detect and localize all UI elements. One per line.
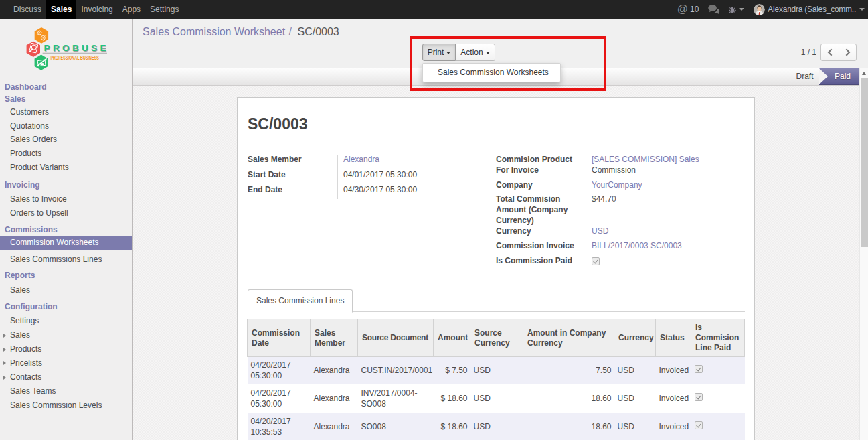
navbar-right: @ 10 — [677, 0, 865, 19]
sidebar-item-sales-commission-levels[interactable]: Sales Commission Levels — [0, 398, 132, 413]
field-link[interactable]: YourCompany — [592, 180, 642, 190]
checkbox-checked-icon[interactable] — [592, 257, 600, 265]
mentions-button[interactable]: @ 10 — [677, 3, 699, 15]
field-label-is-commission-paid: Is Commission Paid — [496, 254, 586, 269]
sidebar-section-configuration[interactable]: Configuration — [0, 300, 132, 314]
nav-item-discuss[interactable]: Discuss — [9, 0, 46, 19]
column-header-sales-member[interactable]: Sales Member — [311, 319, 358, 357]
column-header-amount-in-company-currency[interactable]: Amount in Company Currency — [523, 319, 614, 357]
sidebar-item-sales-orders[interactable]: Sales Orders — [0, 133, 132, 147]
chat-bubbles-icon — [708, 5, 720, 14]
sidebar-label: Commissions — [5, 225, 58, 234]
field-label-sales-member: Sales Member — [248, 153, 337, 169]
scrollbar-thumb[interactable] — [861, 78, 868, 247]
table-row[interactable]: 04/20/2017 05:30:00AlexandraINV/2017/000… — [248, 384, 745, 413]
action-button[interactable]: Action — [456, 44, 495, 61]
field-link[interactable]: Alexandra — [343, 155, 379, 164]
field-label-commision-product-for-invoice: Commision Product For Invoice — [496, 153, 586, 179]
print-caret-icon — [446, 52, 450, 54]
form-field-row: Commision Product For Invoice[SALES COMM… — [496, 153, 745, 179]
debug-button[interactable] — [729, 6, 744, 13]
sidebar-section-invoicing[interactable]: Invoicing — [0, 178, 132, 192]
sidebar-item-orders-to-upsell[interactable]: Orders to Upsell — [0, 206, 132, 220]
cell-is-commision-line-paid — [691, 384, 745, 413]
action-caret-icon — [486, 52, 490, 54]
field-value-is-commission-paid — [592, 254, 745, 269]
sidebar-item-sales-to-invoice[interactable]: Sales to Invoice — [0, 192, 132, 206]
user-menu[interactable]: Alexandra (Sales_comm.. — [754, 4, 865, 15]
cell-source-currency: USD — [470, 384, 523, 413]
record-title: SC/0003 — [248, 115, 308, 133]
sidebar-item-sales-teams[interactable]: Sales Teams — [0, 384, 132, 398]
tab-sales-commission-lines[interactable]: Sales Commission Lines — [248, 289, 353, 313]
sidebar-item-sales-commissions-lines[interactable]: Sales Commissions Lines — [0, 252, 132, 267]
sidebar-menu: DashboardSalesCustomersQuotationsSales O… — [0, 19, 132, 440]
cell-source-document: SO008 — [358, 413, 434, 440]
dropdown-item-worksheets[interactable]: Sales Commission Worksheets — [423, 64, 560, 82]
scrollbar[interactable] — [859, 68, 868, 440]
nav-item-apps[interactable]: Apps — [118, 0, 145, 19]
field-group-right: Commision Product For Invoice[SALES COMM… — [496, 153, 745, 269]
sidebar-label: Configuration — [5, 302, 58, 311]
cell-amount-in-company-currency: 18.60 — [523, 413, 614, 440]
pager-previous-button[interactable] — [821, 44, 839, 60]
field-link[interactable]: BILL/2017/0003 SC/0003 — [592, 241, 682, 250]
field-value-company: YourCompany — [592, 179, 745, 193]
breadcrumb-parent[interactable]: Sales Commission Worksheet — [143, 26, 285, 38]
table-row[interactable]: 04/20/2017 10:35:53AlexandraSO008$ 18.60… — [248, 413, 745, 440]
breadcrumb: Sales Commission Worksheet / SC/0003 — [143, 26, 339, 38]
cell-sales-member: Alexandra — [311, 413, 358, 440]
nav-item-sales[interactable]: Sales — [46, 0, 76, 19]
sidebar-label: Sales — [10, 285, 30, 295]
sidebar-label: Product Variants — [10, 163, 69, 172]
column-header-status[interactable]: Status — [656, 319, 691, 357]
status-step-draft[interactable]: Draft — [790, 68, 819, 85]
pager-value: 1 / 1 — [801, 48, 816, 57]
cell-amount-in-company-currency: 18.60 — [523, 384, 614, 413]
cell-source-currency: USD — [470, 357, 523, 384]
pager-next-button[interactable] — [839, 44, 856, 60]
sidebar-label: Invoicing — [5, 180, 40, 190]
table-row[interactable]: 04/20/2017 05:30:00AlexandraCUST.IN/2017… — [248, 357, 745, 384]
field-group-left: Sales MemberAlexandraStart Date04/01/201… — [248, 153, 486, 198]
status-step-paid[interactable]: Paid — [819, 68, 859, 85]
print-button[interactable]: Print — [422, 44, 456, 61]
nav-item-invoicing[interactable]: Invoicing — [76, 0, 117, 19]
sidebar-item-sales[interactable]: Sales — [0, 283, 132, 297]
checkbox-checked-icon[interactable] — [695, 421, 703, 429]
chevron-right-icon — [845, 48, 851, 56]
cell-status: Invoiced — [656, 413, 691, 440]
sidebar-item-product-variants[interactable]: Product Variants — [0, 161, 132, 175]
field-text: 04/01/2017 05:30:00 — [343, 170, 417, 179]
sidebar-label: Sales — [5, 94, 25, 104]
cell-amount: $ 18.60 — [434, 413, 470, 440]
sidebar-item-pricelists[interactable]: Pricelists — [0, 356, 132, 370]
sidebar-item-commission-worksheets[interactable]: Commission Worksheets — [0, 236, 132, 250]
sidebar-section-reports[interactable]: Reports — [0, 269, 132, 283]
sidebar-section-commissions[interactable]: Commissions — [0, 223, 132, 237]
column-header-is-commision-line-paid[interactable]: Is Commision Line Paid — [691, 319, 745, 357]
form-field-row: CompanyYourCompany — [496, 179, 745, 193]
sidebar-item-settings[interactable]: Settings — [0, 314, 132, 328]
nav-item-settings[interactable]: Settings — [145, 0, 183, 19]
cell-amount-in-company-currency: 7.50 — [523, 357, 614, 384]
column-header-amount[interactable]: Amount — [434, 319, 470, 357]
sidebar-item-sales[interactable]: Sales — [0, 328, 132, 342]
scrollbar-up-arrow[interactable] — [860, 68, 868, 78]
sidebar-item-customers[interactable]: Customers — [0, 105, 132, 119]
column-header-source-document[interactable]: Source Document — [358, 319, 434, 357]
sidebar-item-contacts[interactable]: Contacts — [0, 370, 132, 384]
field-label-company: Company — [496, 179, 586, 193]
sidebar-item-quotations[interactable]: Quotations — [0, 119, 132, 133]
column-header-commission-date[interactable]: Commission Date — [248, 319, 311, 357]
field-link[interactable]: [SALES COMMISSION] Sales — [592, 155, 699, 164]
field-label-end-date: End Date — [248, 184, 337, 198]
column-header-currency[interactable]: Currency — [614, 319, 656, 357]
sidebar-item-products[interactable]: Products — [0, 147, 132, 161]
chat-button[interactable] — [708, 5, 720, 14]
field-link[interactable]: USD — [592, 226, 608, 236]
column-header-source-currency[interactable]: Source Currency — [470, 319, 523, 357]
checkbox-checked-icon[interactable] — [695, 393, 703, 401]
checkbox-checked-icon[interactable] — [695, 365, 703, 373]
sidebar-item-products[interactable]: Products — [0, 342, 132, 356]
